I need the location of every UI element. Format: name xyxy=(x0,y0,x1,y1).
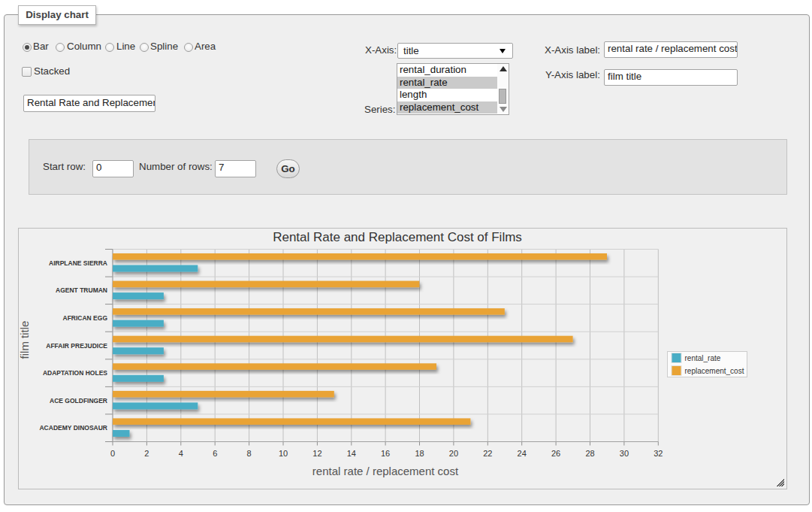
svg-text:16: 16 xyxy=(381,449,390,458)
svg-text:AFFAIR PREJUDICE: AFFAIR PREJUDICE xyxy=(46,342,107,350)
svg-text:2: 2 xyxy=(144,449,149,458)
svg-text:8: 8 xyxy=(247,449,252,458)
svg-text:26: 26 xyxy=(551,449,560,458)
svg-text:18: 18 xyxy=(415,449,424,458)
svg-text:ACE GOLDFINGER: ACE GOLDFINGER xyxy=(50,397,107,404)
svg-text:0: 0 xyxy=(110,449,115,458)
svg-text:20: 20 xyxy=(449,449,458,458)
svg-text:28: 28 xyxy=(585,449,594,458)
svg-text:4: 4 xyxy=(179,449,183,458)
svg-text:rental rate / replacement cost: rental rate / replacement cost xyxy=(312,465,459,477)
svg-text:22: 22 xyxy=(483,449,492,458)
svg-text:30: 30 xyxy=(620,449,629,458)
svg-text:AFRICAN EGG: AFRICAN EGG xyxy=(63,314,108,322)
svg-text:6: 6 xyxy=(213,449,217,458)
svg-text:ACADEMY DINOSAUR: ACADEMY DINOSAUR xyxy=(39,424,107,432)
svg-text:32: 32 xyxy=(654,449,663,458)
svg-text:24: 24 xyxy=(518,449,527,458)
svg-text:AIRPLANE SIERRA: AIRPLANE SIERRA xyxy=(49,259,107,267)
svg-text:10: 10 xyxy=(279,449,288,458)
svg-text:14: 14 xyxy=(347,449,356,458)
svg-text:film title: film title xyxy=(19,321,31,359)
svg-text:replacement_cost: replacement_cost xyxy=(685,367,744,375)
svg-text:rental_rate: rental_rate xyxy=(685,354,721,362)
svg-text:ADAPTATION HOLES: ADAPTATION HOLES xyxy=(43,369,107,377)
svg-text:Rental Rate and Replacement Co: Rental Rate and Replacement Cost of Film… xyxy=(273,230,522,244)
svg-text:AGENT TRUMAN: AGENT TRUMAN xyxy=(56,286,107,294)
svg-text:12: 12 xyxy=(312,449,321,458)
